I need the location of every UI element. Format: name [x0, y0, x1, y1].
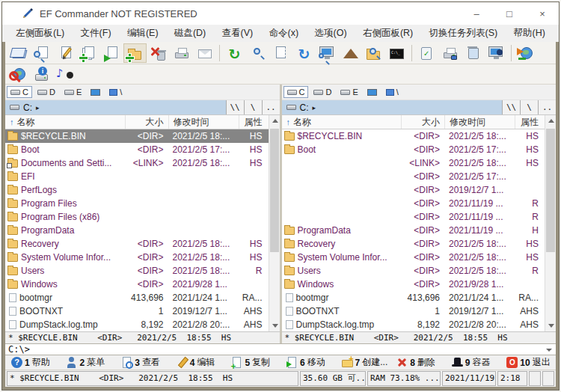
delete-icon[interactable] [147, 43, 170, 63]
scroll-down-icon[interactable] [545, 319, 556, 331]
file-row[interactable]: System Volume Infor... <DIR> 2021/2/5 18… [5, 251, 269, 264]
menu-item[interactable]: 编辑(E) [124, 25, 162, 41]
drive-button[interactable]: D [310, 86, 335, 98]
unc-button[interactable]: \\ [502, 100, 520, 114]
scroll-thumb[interactable] [546, 129, 555, 252]
menu-item[interactable]: 文件(F) [78, 25, 114, 41]
file-row[interactable]: Recovery <DIR> 2021/2/5 18:... HS [282, 237, 545, 251]
file-row[interactable]: ProgramData [5, 224, 269, 237]
terminal-icon[interactable] [385, 43, 408, 63]
up-button[interactable]: .. [538, 100, 556, 114]
function-key-button[interactable]: 9 容器 [446, 355, 501, 370]
function-key-button[interactable]: 4 编辑 [171, 355, 226, 370]
function-key-button[interactable]: 7 创建... [336, 355, 391, 370]
file-row[interactable]: Documents and Setti... <LINK> 2021/2/5 1… [5, 156, 269, 170]
up-button[interactable]: .. [262, 100, 280, 114]
menu-item[interactable]: 切换任务列表(S) [426, 25, 501, 41]
root-path-button[interactable]: \ [520, 100, 538, 114]
file-row[interactable]: Users <DIR> 2021/2/5 18:... R [282, 264, 545, 278]
drive-info-icon[interactable] [31, 64, 54, 84]
root-path-button[interactable]: \ [244, 100, 262, 114]
file-row[interactable]: <LINK> 2021/2/5 18:... HS [282, 156, 545, 170]
file-row[interactable]: DumpStack.log.tmp 8,192 2021/2/8 20:... … [5, 318, 269, 331]
file-row[interactable]: Users <DIR> 2021/2/5 18:... R [5, 264, 269, 278]
multimedia-icon[interactable] [54, 64, 77, 84]
desktop-button[interactable] [87, 88, 104, 97]
history-dropdown-icon[interactable] [542, 344, 556, 355]
command-prompt[interactable]: C:\> [5, 344, 542, 355]
desktop-button[interactable] [364, 88, 381, 97]
function-key-button[interactable]: 10 退出 [500, 355, 556, 370]
quick-view-icon[interactable] [31, 43, 54, 63]
column-date[interactable]: 修改时间 [444, 115, 515, 129]
scroll-thumb[interactable] [270, 129, 279, 252]
file-row[interactable]: <DIR> 2021/11/19 ... R [282, 197, 545, 210]
search-icon[interactable] [246, 43, 269, 63]
file-row[interactable]: ProgramData <DIR> 2021/11/19 ... H [282, 224, 545, 237]
new-folder-icon[interactable] [123, 43, 147, 63]
right-path[interactable]: C: ▸ [282, 100, 503, 114]
recycle-bin-icon[interactable] [462, 43, 485, 63]
remote-view-icon[interactable] [316, 43, 339, 63]
file-row[interactable]: BOOTNXT 1 2019/12/7 1... AHS [5, 304, 269, 318]
close-icon[interactable]: × [526, 2, 559, 25]
drive-button[interactable]: E [61, 86, 85, 98]
drive-button[interactable]: C [283, 86, 309, 98]
pack-icon[interactable] [339, 43, 362, 63]
sync-icon[interactable] [292, 43, 316, 63]
file-row[interactable]: bootmgr 413,696 2021/1/24 1... RA... [282, 291, 545, 304]
file-row[interactable]: Windows <DIR> 2021/9/28 1... [5, 278, 269, 291]
column-attr[interactable]: 属性 [515, 115, 545, 129]
file-row[interactable]: BOOTNXT 1 2019/12/7 1... AHS [282, 304, 545, 318]
scroll-up-icon[interactable] [545, 115, 556, 127]
menu-item[interactable]: 帮助(H) [511, 25, 548, 41]
function-key-button[interactable]: 2 菜单 [61, 355, 116, 370]
file-row[interactable]: Recovery <DIR> 2021/2/5 18:... HS [5, 237, 269, 251]
column-name[interactable]: ↑名称 [5, 115, 125, 129]
maximize-icon[interactable]: □ [493, 2, 526, 25]
minimize-icon[interactable]: – [460, 2, 493, 25]
file-row[interactable]: PerfLogs [5, 183, 269, 197]
column-attr[interactable]: 属性 [239, 115, 269, 129]
print-icon[interactable] [170, 43, 193, 63]
night-mode-icon[interactable] [485, 43, 508, 63]
mail-icon[interactable] [193, 43, 216, 63]
file-row[interactable]: <DIR> 2021/11/19 ... R [282, 210, 545, 224]
menu-item[interactable]: 左侧面板(L) [13, 25, 67, 41]
snapshot-icon[interactable] [438, 43, 462, 63]
copy-icon[interactable] [77, 43, 100, 63]
file-row[interactable]: bootmgr 413,696 2021/1/24 1... RA... [5, 291, 269, 304]
move-icon[interactable] [100, 43, 123, 63]
column-size[interactable]: 大小 [401, 115, 444, 129]
network-map-icon[interactable] [515, 43, 538, 63]
scroll-up-icon[interactable] [269, 115, 280, 127]
column-name[interactable]: ↑名称 [282, 115, 402, 129]
file-row[interactable]: $RECYCLE.BIN <DIR> 2021/2/5 18:... HS [282, 129, 545, 143]
file-row[interactable]: Windows <DIR> 2021/9/28 1... [282, 278, 545, 291]
unc-button[interactable]: \\ [226, 100, 244, 114]
file-row[interactable]: EFI [5, 170, 269, 183]
menu-item[interactable]: 选项(O) [312, 25, 350, 41]
menu-item[interactable]: 磁盘(D) [171, 25, 209, 41]
drive-button[interactable]: E [337, 86, 361, 98]
right-scrollbar[interactable] [545, 115, 556, 331]
file-row[interactable]: Boot <DIR> 2021/2/5 17:... HS [5, 143, 269, 156]
drive-button[interactable]: C [7, 86, 32, 98]
scroll-down-icon[interactable] [269, 319, 280, 331]
file-row[interactable]: Program Files [5, 197, 269, 210]
function-key-button[interactable]: 5 复制 [225, 355, 280, 370]
root-button[interactable]: \ [105, 86, 126, 98]
file-row[interactable]: System Volume Infor... <DIR> 2021/2/5 18… [282, 251, 545, 264]
command-line[interactable]: C:\> [5, 343, 556, 355]
menu-item[interactable]: 查看(V) [219, 25, 257, 41]
panels-view-icon[interactable] [7, 43, 31, 63]
file-split-icon[interactable] [269, 43, 292, 63]
function-key-button[interactable]: 6 移动 [280, 355, 336, 370]
menu-item[interactable]: 命令(x) [266, 25, 302, 41]
file-row[interactable]: Program Files (x86) [5, 210, 269, 224]
column-date[interactable]: 修改时间 [168, 115, 239, 129]
menu-item[interactable]: 右侧面板(R) [360, 25, 416, 41]
function-key-button[interactable]: 8 删除 [390, 355, 446, 370]
file-row[interactable]: DumpStack.log.tmp 8,192 2021/2/8 20:... … [282, 318, 545, 331]
search-in-folder-icon[interactable] [362, 43, 385, 63]
